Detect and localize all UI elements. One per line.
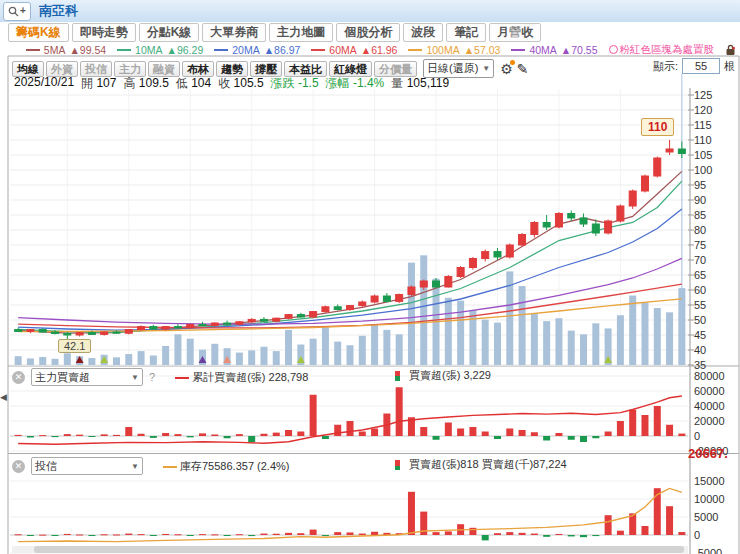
close-icon[interactable]: ✕ <box>12 460 25 473</box>
inventory-line-swatch <box>163 466 177 468</box>
pane3-indicator-select[interactable]: 投信▼ <box>31 457 143 475</box>
svg-text:100: 100 <box>694 164 712 176</box>
chevron-down-icon: ▼ <box>131 373 139 382</box>
change-value: -1.5 <box>298 76 319 90</box>
chip-kline-app: 1251201151101051009590858075706560555045… <box>0 0 740 554</box>
svg-text:115: 115 <box>694 119 712 131</box>
high-value: 109.5 <box>139 76 169 90</box>
scrollbar-thumb[interactable] <box>34 546 684 553</box>
svg-text:60000: 60000 <box>694 385 725 397</box>
svg-text:80: 80 <box>694 224 706 236</box>
svg-text:0: 0 <box>694 529 700 541</box>
svg-text:40000: 40000 <box>694 400 725 412</box>
volume-value: 105,119 <box>407 76 450 90</box>
svg-text:110: 110 <box>694 134 712 146</box>
svg-text:50: 50 <box>694 314 706 326</box>
svg-text:105: 105 <box>694 149 712 161</box>
pane2-bar-legend: 買賣超(張) 3,229 <box>395 368 491 383</box>
svg-text:70: 70 <box>694 254 706 266</box>
svg-text:90: 90 <box>694 194 706 206</box>
svg-text:-5000: -5000 <box>694 547 722 554</box>
svg-text:0: 0 <box>694 430 700 442</box>
bars-count-input[interactable] <box>682 58 720 74</box>
svg-text:95: 95 <box>694 179 706 191</box>
display-label: 顯示: <box>653 59 678 74</box>
svg-text:40: 40 <box>694 344 706 356</box>
svg-text:5000: 5000 <box>694 511 718 523</box>
display-bars-control: 顯示: 根 <box>653 58 735 74</box>
svg-text:55: 55 <box>694 299 706 311</box>
svg-text:65: 65 <box>694 269 706 281</box>
svg-text:10000: 10000 <box>694 493 725 505</box>
change-pct-value: -1.4% <box>353 76 384 90</box>
svg-text:120: 120 <box>694 104 712 116</box>
open-value: 107 <box>96 76 116 90</box>
svg-text:85: 85 <box>694 209 706 221</box>
pane2-axis-value: 20667. <box>688 446 728 461</box>
high-price-marker: 110 <box>641 118 674 136</box>
svg-text:80000: 80000 <box>694 370 725 382</box>
question-mark-icon[interactable]: ? <box>149 371 155 383</box>
collapse-pane-arrow[interactable]: ◀ <box>0 392 7 402</box>
cumulative-line-swatch <box>175 377 189 379</box>
svg-text:125: 125 <box>694 89 712 101</box>
pane3-bar-legend: 買賣超(張)818 買賣超(千)87,224 <box>395 457 567 472</box>
bars-unit: 根 <box>724 59 735 74</box>
close-icon[interactable]: ✕ <box>12 371 25 384</box>
notification-dot <box>510 60 515 65</box>
horizontal-scrollbar[interactable] <box>12 546 688 553</box>
pane2-header: ✕ 主力買賣超▼ ? 累計買賣超(張) 228,798 <box>12 368 308 386</box>
pane3-header: ✕ 投信▼ 庫存75586.357 (2.4%) <box>12 457 289 475</box>
svg-text:45: 45 <box>694 329 706 341</box>
chevron-down-icon: ▼ <box>131 462 139 471</box>
bar-legend-icon <box>395 371 400 381</box>
gear-icon[interactable]: ⚙ <box>500 62 513 76</box>
pencil-icon[interactable]: ✎ <box>517 62 529 76</box>
close-value: 105.5 <box>234 76 264 90</box>
ohlc-info-row: 2025/10/21 開 107 高 109.5 低 104 收 105.5 漲… <box>14 75 449 92</box>
pane2-line-legend: 累計買賣超(張) 228,798 <box>175 370 308 385</box>
pane3-line-legend: 庫存75586.357 (2.4%) <box>163 459 289 474</box>
bar-legend-icon <box>395 460 400 470</box>
svg-text:20000: 20000 <box>694 415 725 427</box>
pane2-indicator-select[interactable]: 主力買賣超▼ <box>31 368 143 386</box>
chevron-down-icon: ▼ <box>482 64 490 73</box>
svg-text:60: 60 <box>694 284 706 296</box>
svg-text:15000: 15000 <box>694 475 725 487</box>
ohlc-date: 2025/10/21 <box>14 75 74 92</box>
low-value: 104 <box>191 76 211 90</box>
svg-text:75: 75 <box>694 239 706 251</box>
low-price-marker: 42.1 <box>58 339 91 353</box>
